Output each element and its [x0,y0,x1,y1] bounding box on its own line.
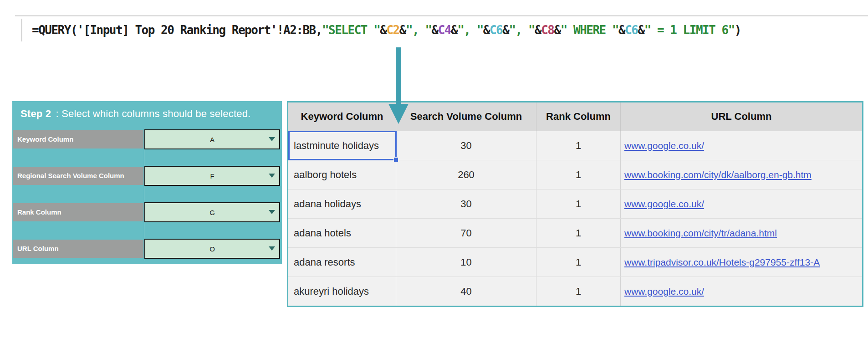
table-header-cell[interactable]: Search Volume Column [396,102,536,131]
url-link[interactable]: www.google.co.uk/ [624,140,704,151]
search-volume-cell[interactable]: 70 [396,219,536,247]
keyword-cell[interactable]: lastminute holidays [288,131,396,160]
down-arrow-icon [388,104,408,124]
keyword-cell[interactable]: aalborg hotels [288,160,396,189]
keyword-cell[interactable]: adana hotels [288,219,396,247]
field-row: Rank ColumnG [12,203,282,221]
formula-bar-top-border [15,15,868,16]
formula-segment: & [618,23,625,37]
rank-cell[interactable]: 1 [536,219,621,247]
formula-segment: " WHERE " [561,23,618,37]
table-header-cell[interactable]: Rank Column [536,102,621,131]
formula-segment: "SELECT " [322,23,380,37]
formula-segment: ", " [406,23,432,37]
formula-segment: =QUERY('[Input] Top 20 Ranking Report'!A… [32,23,322,37]
table-header-cell[interactable]: Keyword Column [288,102,396,131]
rank-cell[interactable]: 1 [536,248,621,277]
formula-segment: C4 [438,23,451,37]
formula-segment: & [554,23,561,37]
url-link[interactable]: www.tripadvisor.co.uk/Hotels-g297955-zff… [624,257,820,268]
formula-segment: ", " [509,23,535,37]
formula-segment: & [502,23,509,37]
search-volume-cell[interactable]: 30 [396,131,536,160]
column-dropdown[interactable]: F [144,166,280,186]
url-link[interactable]: www.google.co.uk/ [624,199,704,210]
rank-cell[interactable]: 1 [536,131,621,160]
field-label: Regional Search Volume Column [13,167,143,185]
table-row: adana resorts101www.tripadvisor.co.uk/Ho… [288,247,862,277]
table-row: akureyri holidays401www.google.co.uk/ [288,277,862,306]
rank-cell[interactable]: 1 [536,160,621,189]
step2-title-rest: : Select which columns should be selecte… [53,108,250,119]
formula-segment: C6 [625,23,638,37]
url-link[interactable]: www.booking.com/city/dk/aalborg.en-gb.ht… [624,169,812,180]
formula-segment: & [638,23,644,37]
step2-title: Step 2 : Select which columns should be … [20,108,250,120]
table-header-row: Keyword ColumnSearch Volume ColumnRank C… [288,102,862,131]
down-arrow-stem [396,47,401,105]
formula-segment: & [432,23,438,37]
keyword-cell[interactable]: akureyri holidays [288,277,396,306]
dropdown-value: A [210,136,214,143]
dropdown-arrow-icon [269,210,275,214]
field-row: Regional Search Volume ColumnF [12,167,282,185]
formula-segment: " = 1 LIMIT 6" [644,23,735,37]
field-row: URL ColumnO [12,240,282,258]
table-row: adana hotels701www.booking.com/city/tr/a… [288,218,862,247]
table-row: lastminute holidays301www.google.co.uk/ [288,131,862,160]
url-link[interactable]: www.google.co.uk/ [624,286,704,297]
table-row: aalborg hotels2601www.booking.com/city/d… [288,160,862,189]
column-dropdown[interactable]: A [144,129,280,149]
rank-cell[interactable]: 1 [536,277,621,306]
url-cell[interactable]: www.google.co.uk/ [621,189,862,218]
url-cell[interactable]: www.google.co.uk/ [621,277,862,306]
field-label: URL Column [13,240,143,258]
formula-segment: & [399,23,406,37]
field-label: Rank Column [13,203,143,221]
dropdown-value: O [209,245,215,253]
keyword-cell[interactable]: adana resorts [288,248,396,277]
column-dropdown[interactable]: G [144,202,280,222]
formula-segment: & [380,23,386,37]
url-cell[interactable]: www.tripadvisor.co.uk/Hotels-g297955-zff… [621,248,862,277]
rank-cell[interactable]: 1 [536,189,621,218]
dropdown-arrow-icon [269,174,275,178]
formula-segment: ", " [457,23,483,37]
formula-segment: & [483,23,490,37]
dropdown-value: G [209,209,215,216]
keyword-cell[interactable]: adana holidays [288,189,396,218]
url-cell[interactable]: www.booking.com/city/tr/adana.html [621,219,862,247]
search-volume-cell[interactable]: 30 [396,189,536,218]
table-row: adana holidays301www.google.co.uk/ [288,189,862,218]
field-label: Keyword Column [13,130,143,149]
formula-segment: C6 [490,23,502,37]
url-cell[interactable]: www.google.co.uk/ [621,131,862,160]
step2-panel: Step 2 : Select which columns should be … [12,101,282,264]
formula-segment: C2 [386,23,399,37]
step2-title-bold: Step 2 [20,108,51,119]
formula-segment: & [535,23,541,37]
dropdown-value: F [210,172,214,180]
search-volume-cell[interactable]: 40 [396,277,536,306]
url-link[interactable]: www.booking.com/city/tr/adana.html [624,228,777,239]
formula-bar-divider [21,19,22,41]
formula-segment: ) [735,23,741,37]
results-table: Keyword ColumnSearch Volume ColumnRank C… [287,101,863,307]
dropdown-arrow-icon [269,246,275,251]
search-volume-cell[interactable]: 260 [396,160,536,189]
search-volume-cell[interactable]: 10 [396,248,536,277]
url-cell[interactable]: www.booking.com/city/dk/aalborg.en-gb.ht… [621,160,862,189]
formula-segment: C8 [541,23,554,37]
field-row: Keyword ColumnA [12,130,282,149]
formula-segment: & [451,23,457,37]
dropdown-arrow-icon [269,137,275,141]
formula-input[interactable]: =QUERY('[Input] Top 20 Ranking Report'!A… [32,19,741,41]
table-header-cell[interactable]: URL Column [621,102,862,131]
selection-handle[interactable] [393,157,398,162]
column-dropdown[interactable]: O [144,239,280,259]
